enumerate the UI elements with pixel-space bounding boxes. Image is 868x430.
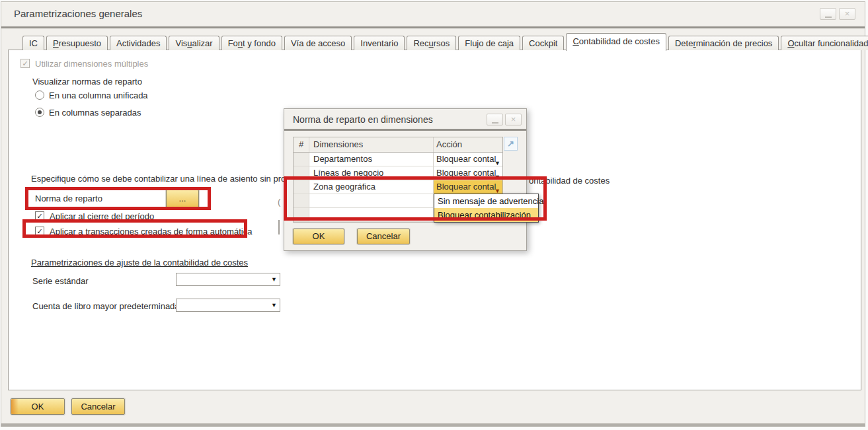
header-action: Acción (434, 137, 502, 152)
row-number-cell (294, 153, 309, 166)
specify-posting-text: Especifique cómo se debe contabilizar un… (31, 174, 290, 184)
tab-ic[interactable]: IC (22, 36, 44, 50)
chevron-down-icon[interactable]: ▼ (271, 276, 277, 283)
action-dropdown-cell[interactable]: Bloquear contal▼ (434, 153, 502, 166)
tab-v-a-de-acceso[interactable]: Vía de acceso (284, 36, 352, 50)
distribution-rule-label: Norma de reparto (35, 194, 102, 203)
radio-unified-column[interactable] (35, 90, 44, 100)
action-value: Bloquear contal (436, 168, 496, 178)
standard-series-combo[interactable]: ▼ (176, 273, 280, 286)
dialog-title: Norma de reparto en dimensiones (293, 114, 433, 125)
close-icon: × (511, 114, 516, 124)
row-number-cell (294, 194, 309, 208)
checkbox-apply-auto-transactions-label[interactable]: Aplicar a transacciones creadas de forma… (50, 227, 252, 236)
close-button[interactable]: × (839, 8, 855, 20)
table-row[interactable]: Zona geográficaBloquear contal▼ (294, 180, 502, 194)
hidden-field-fragment (278, 220, 280, 234)
cancel-button[interactable]: Cancelar (71, 398, 125, 415)
header-dimensions: Dimensiones (309, 137, 434, 152)
tab-inventario[interactable]: Inventario (354, 36, 405, 50)
display-norms-label: Visualizar normas de reparto (32, 77, 142, 87)
dropdown-option[interactable]: Bloquear contabilización (434, 208, 538, 222)
tab-cockpit[interactable]: Cockpit (522, 36, 564, 50)
tab-font-y-fondo[interactable]: Font y fondo (221, 36, 282, 50)
tab-presupuesto[interactable]: Presupuesto (46, 36, 108, 50)
close-icon: × (845, 9, 850, 18)
hidden-radio-fragment: ( (278, 197, 280, 207)
main-window: Parametrizaciones generales × ICPresupue… (1, 1, 865, 427)
table-header-row: # Dimensiones Acción (294, 137, 502, 153)
action-value: Bloquear contal (436, 182, 496, 192)
dialog-close-button[interactable]: × (505, 114, 522, 125)
specify-posting-text-fragment: ontabilidad de costes (529, 176, 610, 186)
dimension-cell[interactable]: Líneas de negocio (309, 166, 434, 180)
dialog-minimize-button[interactable] (487, 114, 503, 125)
standard-series-label: Serie estándar (32, 276, 89, 286)
tab-recursos[interactable]: Recursos (407, 36, 456, 50)
minimize-icon (825, 17, 832, 18)
window-title: Parametrizaciones generales (14, 8, 142, 19)
distribution-rule-browse-button[interactable]: ... (166, 190, 199, 208)
action-dropdown-cell[interactable]: Bloquear contal▼ (434, 166, 502, 180)
dimension-cell[interactable] (309, 208, 434, 222)
row-number-cell (294, 180, 309, 194)
check-icon: ✓ (36, 212, 42, 220)
adjustment-settings-heading: Parametrizaciones de ajuste de la contab… (31, 258, 248, 268)
default-gl-account-combo[interactable]: ▼ (176, 299, 280, 312)
title-separator (1, 26, 865, 28)
check-icon: ✓ (36, 227, 42, 235)
dropdown-arrow-icon[interactable]: ▼ (494, 170, 500, 180)
dialog-ok-button[interactable]: OK (293, 229, 344, 244)
row-number-cell (294, 166, 309, 180)
checkbox-apply-period-close-label[interactable]: Aplicar al cierre del período (50, 211, 154, 221)
radio-separate-columns-label[interactable]: En columnas separadas (49, 108, 141, 118)
action-dropdown-popup: Sin mensaje de advertenciaBloquear conta… (434, 194, 539, 223)
header-number: # (294, 137, 309, 152)
dialog-cancel-button[interactable]: Cancelar (357, 229, 410, 244)
radio-separate-columns[interactable] (35, 108, 44, 117)
row-number-cell (294, 208, 309, 222)
action-dropdown-cell[interactable]: Bloquear contal▼ (434, 180, 502, 194)
dimension-cell[interactable]: Zona geográfica (309, 180, 434, 194)
radio-unified-column-label[interactable]: En una columna unificada (49, 90, 148, 100)
chevron-down-icon[interactable]: ▼ (271, 302, 277, 308)
dropdown-arrow-icon[interactable]: ▼ (494, 184, 500, 194)
dimension-cell[interactable]: Departamentos (309, 153, 434, 166)
table-row[interactable]: DepartamentosBloquear contal▼ (294, 153, 502, 166)
ok-button[interactable]: OK (11, 398, 65, 415)
table-row[interactable]: Líneas de negocioBloquear contal▼ (294, 166, 502, 180)
checkbox-multi-dimensions: ✓ (20, 59, 30, 68)
tab-determinaci-n-de-precios[interactable]: Determinación de precios (668, 36, 779, 50)
dropdown-option[interactable]: Sin mensaje de advertencia (434, 194, 538, 208)
dropdown-arrow-icon[interactable]: ▼ (494, 157, 500, 166)
tab-actividades[interactable]: Actividades (110, 36, 167, 50)
checkbox-apply-auto-transactions[interactable]: ✓ (35, 227, 44, 236)
checkbox-apply-period-close[interactable]: ✓ (35, 211, 44, 221)
tab-ocultar-funcionalidad[interactable]: Ocultar funcionalidad (781, 36, 868, 50)
minimize-icon (492, 122, 498, 124)
distribution-rule-dialog: Norma de reparto en dimensiones × # Dime… (284, 108, 527, 251)
tab-visualizar[interactable]: Visualizar (169, 36, 219, 50)
action-value: Bloquear contal (436, 154, 496, 164)
tab-flujo-de-caja[interactable]: Flujo de caja (458, 36, 520, 50)
tab-strip: ICPresupuestoActividadesVisualizarFont y… (22, 35, 868, 50)
default-gl-account-label: Cuenta de libro mayor predeterminada (32, 301, 180, 311)
minimize-button[interactable] (820, 8, 836, 20)
title-bar: Parametrizaciones generales × (1, 2, 865, 26)
checkbox-multi-dimensions-label: Utilizar dimensiones múltiples (35, 59, 148, 69)
dimension-cell[interactable] (309, 194, 434, 208)
expand-grid-icon[interactable]: ↗ (504, 137, 518, 151)
check-icon: ✓ (22, 59, 28, 67)
tab-contabilidad-de-costes[interactable]: Contabilidad de costes (566, 33, 666, 51)
dialog-title-separator (284, 129, 526, 131)
